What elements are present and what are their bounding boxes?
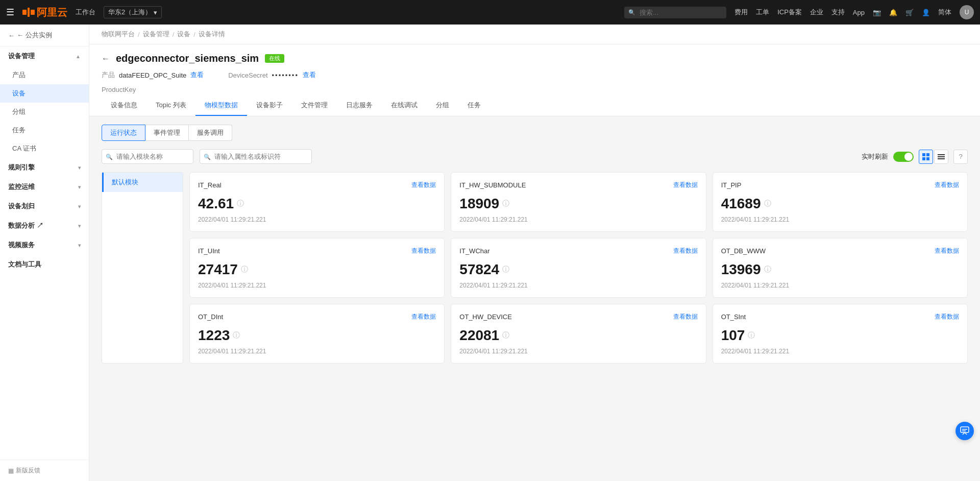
card-info-icon-2[interactable]: ⓘ: [764, 199, 771, 208]
sidebar-section-header-rules[interactable]: 规则引擎 ▾: [0, 158, 89, 177]
card-value-8: 107: [721, 327, 745, 344]
sidebar-section-device-mgmt: 设备管理 ▲ 产品 设备 分组 任务 CA 证书: [0, 46, 89, 158]
bell-icon[interactable]: 🔔: [889, 9, 897, 16]
card-info-icon-7[interactable]: ⓘ: [502, 331, 509, 340]
card-value-4: 57824: [459, 261, 499, 278]
sidebar-item-ca[interactable]: CA 证书: [0, 139, 89, 158]
product-view-link[interactable]: 查看: [190, 70, 204, 80]
nav-enterprise[interactable]: 企业: [810, 8, 823, 17]
svg-rect-8: [938, 156, 945, 157]
svg-rect-12: [962, 430, 966, 431]
tab-topic-list[interactable]: Topic 列表: [146, 95, 195, 116]
card-time-0: 2022/04/01 11:29:21.221: [198, 216, 436, 223]
tab-task[interactable]: 任务: [458, 95, 490, 116]
card-view-link-5[interactable]: 查看数据: [935, 247, 959, 255]
nav-icp[interactable]: ICP备案: [777, 8, 802, 17]
nav-app[interactable]: App: [853, 9, 865, 16]
module-search-wrap: [102, 149, 193, 164]
sidebar-footer-feedback[interactable]: ▦ 新版反馈: [0, 460, 89, 481]
realtime-toggle[interactable]: [893, 152, 914, 162]
data-card-it_hw_submodule: IT_HW_SUBMODULE 查看数据 18909 ⓘ 2022/04/01 …: [451, 172, 706, 232]
device-secret-view-link[interactable]: 查看: [303, 70, 316, 80]
card-view-link-0[interactable]: 查看数据: [411, 181, 436, 189]
card-info-icon-3[interactable]: ⓘ: [241, 265, 248, 274]
sidebar-item-products[interactable]: 产品: [0, 66, 89, 84]
top-search-input[interactable]: [624, 7, 726, 18]
property-search-input[interactable]: [200, 149, 312, 164]
tab-device-shadow[interactable]: 设备影子: [247, 95, 292, 116]
subtab-service-call[interactable]: 服务调用: [189, 125, 232, 141]
rules-label: 规则引擎: [8, 163, 35, 172]
card-name-0: IT_Real: [198, 181, 222, 189]
card-view-link-8[interactable]: 查看数据: [935, 312, 959, 321]
breadcrumb-iot[interactable]: 物联网平台: [102, 30, 135, 39]
breadcrumb-devices[interactable]: 设备: [177, 30, 190, 39]
card-value-row-5: 13969 ⓘ: [721, 261, 959, 278]
tab-log-service[interactable]: 日志服务: [337, 95, 382, 116]
sidebar-item-devices[interactable]: 设备: [0, 84, 89, 103]
module-search-input[interactable]: [102, 149, 193, 164]
camera-icon[interactable]: 📷: [873, 9, 881, 16]
card-time-2: 2022/04/01 11:29:21.221: [721, 216, 959, 223]
avatar[interactable]: U: [960, 5, 974, 19]
lang-selector[interactable]: 简体: [938, 8, 951, 17]
hamburger-icon[interactable]: ☰: [6, 7, 14, 18]
tab-file-mgmt[interactable]: 文件管理: [292, 95, 337, 116]
nav-ticket[interactable]: 工单: [756, 8, 769, 17]
module-item-default[interactable]: 默认模块: [102, 173, 183, 192]
card-view-link-3[interactable]: 查看数据: [411, 247, 436, 255]
tab-group[interactable]: 分组: [427, 95, 458, 116]
nav-support[interactable]: 支持: [831, 8, 845, 17]
main-tabs: 设备信息 Topic 列表 物模型数据 设备影子 文件管理 日志服务 在线调试 …: [102, 95, 968, 116]
svg-rect-5: [922, 157, 925, 160]
card-info-icon-0[interactable]: ⓘ: [237, 199, 244, 208]
workbench-button[interactable]: 工作台: [76, 8, 95, 17]
tab-thing-model[interactable]: 物模型数据: [195, 95, 247, 116]
feedback-float-button[interactable]: [955, 422, 974, 440]
subtab-run-status[interactable]: 运行状态: [102, 125, 145, 141]
data-card-it_wchar: IT_WChar 查看数据 57824 ⓘ 2022/04/01 11:29:2…: [451, 238, 706, 298]
card-header-4: IT_WChar 查看数据: [459, 247, 697, 255]
sidebar-section-header-provision[interactable]: 设备划归 ▾: [0, 197, 89, 216]
card-header-1: IT_HW_SUBMODULE 查看数据: [459, 181, 697, 189]
breadcrumb: 物联网平台 / 设备管理 / 设备 / 设备详情: [89, 25, 980, 44]
sidebar-item-groups[interactable]: 分组: [0, 103, 89, 121]
card-time-1: 2022/04/01 11:29:21.221: [459, 216, 697, 223]
data-layout: 默认模块 IT_Real 查看数据 42.61 ⓘ 2022/04/01 11:…: [102, 172, 968, 364]
card-view-link-2[interactable]: 查看数据: [935, 181, 959, 189]
card-name-8: OT_SInt: [721, 313, 746, 321]
help-button[interactable]: ?: [953, 150, 968, 164]
sidebar-section-header-monitor[interactable]: 监控运维 ▾: [0, 177, 89, 197]
data-card-it_uint: IT_UInt 查看数据 27417 ⓘ 2022/04/01 11:29:21…: [189, 238, 445, 298]
breadcrumb-device-mgmt[interactable]: 设备管理: [143, 30, 169, 39]
card-info-icon-8[interactable]: ⓘ: [748, 331, 755, 340]
card-view-link-4[interactable]: 查看数据: [673, 247, 698, 255]
logo[interactable]: 阿里云: [22, 6, 67, 19]
page-back-button[interactable]: ←: [102, 54, 110, 63]
sidebar-section-header-device[interactable]: 设备管理 ▲: [0, 46, 89, 66]
cart-icon[interactable]: 🛒: [905, 9, 914, 16]
sidebar-item-tasks[interactable]: 任务: [0, 121, 89, 139]
sidebar-section-header-video[interactable]: 视频服务 ▾: [0, 235, 89, 255]
card-view-link-7[interactable]: 查看数据: [673, 312, 698, 321]
card-view-link-1[interactable]: 查看数据: [673, 181, 698, 189]
tab-device-info[interactable]: 设备信息: [102, 95, 146, 116]
card-info-icon-1[interactable]: ⓘ: [502, 199, 509, 208]
sidebar-public-example[interactable]: ← ← 公共实例: [0, 25, 89, 46]
card-info-icon-6[interactable]: ⓘ: [233, 331, 240, 340]
sidebar-section-header-analytics[interactable]: 数据分析 ↗ ▾: [0, 216, 89, 235]
data-grid: IT_Real 查看数据 42.61 ⓘ 2022/04/01 11:29:21…: [189, 172, 968, 364]
user-icon[interactable]: 👤: [922, 9, 930, 16]
sidebar-section-header-docs[interactable]: 文档与工具: [0, 255, 89, 274]
card-info-icon-4[interactable]: ⓘ: [502, 265, 509, 274]
sidebar-section-rules: 规则引擎 ▾: [0, 158, 89, 177]
card-view-link-6[interactable]: 查看数据: [411, 312, 436, 321]
list-view-button[interactable]: [934, 150, 948, 164]
card-info-icon-5[interactable]: ⓘ: [764, 265, 771, 274]
region-selector[interactable]: 华东2（上海） ▾: [104, 6, 162, 18]
subtab-event-mgmt[interactable]: 事件管理: [145, 125, 189, 141]
nav-fees[interactable]: 费用: [734, 8, 748, 17]
grid-view-button[interactable]: [919, 150, 933, 164]
public-example-label: ← 公共实例: [17, 31, 52, 40]
tab-online-debug[interactable]: 在线调试: [382, 95, 427, 116]
